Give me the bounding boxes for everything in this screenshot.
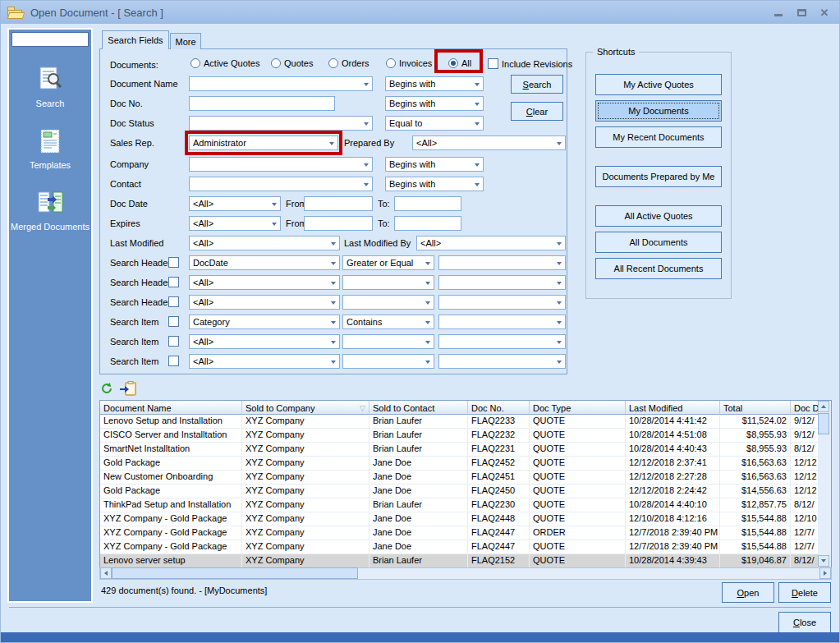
- table-row[interactable]: XYZ Company - Gold PackageXYZ CompanyJan…: [100, 512, 831, 526]
- sidebar-item-merged-documents[interactable]: Merged Documents: [9, 188, 91, 232]
- table-row[interactable]: Gold PackageXYZ CompanyJane DoeFLAQ2450Q…: [100, 485, 831, 498]
- maximize-button[interactable]: [795, 6, 808, 19]
- horizontal-scroll-thumb[interactable]: [112, 567, 358, 579]
- search-header-value-combo[interactable]: [438, 255, 566, 270]
- document-name-combo[interactable]: [189, 76, 373, 91]
- radio-quotes[interactable]: Quotes: [271, 58, 313, 68]
- sidebar-item-templates[interactable]: Templates: [9, 126, 91, 170]
- column-header-sold-to-contact[interactable]: Sold to Contact: [370, 401, 468, 415]
- search-item-operator-combo[interactable]: Contains: [342, 315, 434, 329]
- column-header-document-name[interactable]: Document Name: [100, 401, 242, 415]
- sidebar-item-search[interactable]: Search: [9, 65, 91, 108]
- search-header-checkbox[interactable]: [168, 296, 179, 307]
- search-item-checkbox[interactable]: [168, 316, 179, 327]
- last-modified-by-combo[interactable]: <All>: [416, 236, 566, 250]
- radio-invoices[interactable]: Invoices: [386, 58, 432, 68]
- minimize-button[interactable]: [772, 6, 785, 19]
- table-row[interactable]: Lenovo server setupXYZ CompanyBrian Lauf…: [100, 554, 831, 568]
- refresh-icon[interactable]: [101, 382, 112, 395]
- horizontal-scrollbar[interactable]: [99, 567, 832, 580]
- table-cell: 12/12: [791, 471, 819, 485]
- company-operator-combo[interactable]: Begins with: [385, 157, 484, 172]
- search-header-checkbox[interactable]: [168, 257, 179, 268]
- shortcut-all-active-quotes[interactable]: All Active Quotes: [595, 205, 722, 227]
- expires-to-input[interactable]: [394, 216, 461, 231]
- search-header-value-combo[interactable]: [438, 295, 566, 310]
- table-row[interactable]: Lenovo Setup and InstallationXYZ Company…: [100, 415, 831, 429]
- scroll-down-icon[interactable]: [818, 555, 829, 567]
- shortcut-my-active-quotes[interactable]: My Active Quotes: [595, 74, 722, 95]
- search-header-operator-combo[interactable]: [342, 275, 434, 290]
- search-item-field-combo[interactable]: <All>: [189, 354, 340, 369]
- tab-more[interactable]: More: [170, 33, 201, 49]
- include-revisions-checkbox[interactable]: Include Revisions: [488, 58, 572, 69]
- expires-from-input[interactable]: [304, 216, 373, 231]
- search-header-field-combo[interactable]: <All>: [189, 295, 340, 310]
- table-row[interactable]: XYZ Company - Gold PackageXYZ CompanyJan…: [100, 526, 831, 540]
- search-item-checkbox[interactable]: [168, 356, 179, 366]
- paste-document-icon[interactable]: [119, 381, 137, 396]
- search-item-operator-combo[interactable]: [342, 354, 434, 369]
- column-header-sold-to-company[interactable]: Sold to Company▽: [242, 401, 370, 415]
- shortcut-all-documents[interactable]: All Documents: [595, 232, 722, 253]
- doc-date-combo[interactable]: <All>: [189, 196, 281, 211]
- doc-date-from-input[interactable]: [304, 196, 373, 211]
- search-item-checkbox[interactable]: [168, 336, 179, 347]
- table-row[interactable]: CISCO Server and InstalltationXYZ Compan…: [100, 429, 831, 443]
- vertical-scroll-thumb[interactable]: [818, 413, 829, 434]
- scroll-left-icon[interactable]: [100, 567, 112, 579]
- company-combo[interactable]: [189, 157, 373, 172]
- last-modified-combo[interactable]: <All>: [189, 236, 340, 250]
- document-name-operator-combo[interactable]: Begins with: [385, 76, 484, 91]
- column-header-last-modified[interactable]: Last Modified: [626, 401, 720, 415]
- search-item-field-combo[interactable]: Category: [189, 315, 340, 329]
- column-header-total[interactable]: Total: [720, 401, 791, 415]
- expires-combo[interactable]: <All>: [189, 216, 281, 231]
- doc-status-combo[interactable]: [189, 116, 373, 131]
- radio-all[interactable]: All: [448, 58, 471, 68]
- sales-rep-combo[interactable]: Administrator: [189, 135, 338, 150]
- scroll-up-icon[interactable]: [818, 401, 829, 412]
- shortcut-all-recent-documents[interactable]: All Recent Documents: [595, 258, 722, 279]
- column-header-doc-type[interactable]: Doc Type: [530, 401, 626, 415]
- scroll-right-icon[interactable]: [819, 567, 831, 579]
- contact-combo[interactable]: [189, 177, 373, 191]
- search-item-operator-combo[interactable]: [342, 334, 434, 349]
- table-row[interactable]: XYZ Company - Gold PackageXYZ CompanyJan…: [100, 540, 831, 554]
- close-window-button[interactable]: ✕: [818, 6, 831, 19]
- search-item-value-combo[interactable]: [438, 354, 566, 369]
- search-header-field-combo[interactable]: <All>: [189, 275, 340, 290]
- column-header-doc-no-[interactable]: Doc No.: [468, 401, 530, 415]
- shortcut-my-recent-documents[interactable]: My Recent Documents: [595, 126, 722, 148]
- search-header-checkbox[interactable]: [168, 277, 179, 287]
- shortcut-my-documents[interactable]: My Documents: [595, 100, 722, 122]
- contact-operator-combo[interactable]: Begins with: [385, 177, 484, 191]
- table-row[interactable]: SmartNet InstalltationXYZ CompanyBrian L…: [100, 443, 831, 457]
- radio-active-quotes[interactable]: Active Quotes: [190, 58, 259, 68]
- column-header-doc-date[interactable]: Doc Date: [791, 401, 819, 415]
- search-item-value-combo[interactable]: [438, 334, 566, 349]
- open-button[interactable]: Open: [722, 582, 774, 603]
- table-row[interactable]: ThinkPad Setup and InstallationXYZ Compa…: [100, 498, 831, 512]
- shortcut-documents-prepared-by-me[interactable]: Documents Prepared by Me: [595, 166, 722, 187]
- close-button[interactable]: Close: [778, 612, 831, 633]
- search-header-value-combo[interactable]: [438, 275, 566, 290]
- table-row[interactable]: Gold PackageXYZ CompanyJane DoeFLAQ2452Q…: [100, 457, 831, 471]
- doc-date-to-input[interactable]: [394, 196, 461, 211]
- search-header-field-combo[interactable]: DocDate: [189, 255, 340, 270]
- table-row[interactable]: New Customer OnboardingXYZ CompanyJane D…: [100, 471, 831, 485]
- search-item-field-combo[interactable]: <All>: [189, 334, 340, 349]
- search-button[interactable]: Search: [511, 75, 563, 94]
- doc-no-operator-combo[interactable]: Begins with: [385, 96, 484, 111]
- search-header-operator-combo[interactable]: Greater or Equal: [342, 255, 434, 270]
- clear-button[interactable]: Clear: [511, 102, 563, 121]
- prepared-by-combo[interactable]: <All>: [412, 135, 566, 150]
- vertical-scrollbar[interactable]: [818, 401, 831, 567]
- search-header-operator-combo[interactable]: [342, 295, 434, 310]
- delete-button[interactable]: Delete: [778, 582, 831, 603]
- tab-search-fields[interactable]: Search Fields: [102, 30, 169, 49]
- doc-status-operator-combo[interactable]: Equal to: [385, 116, 484, 131]
- search-item-value-combo[interactable]: [438, 315, 566, 329]
- doc-no-input[interactable]: [189, 96, 335, 111]
- radio-orders[interactable]: Orders: [328, 58, 370, 68]
